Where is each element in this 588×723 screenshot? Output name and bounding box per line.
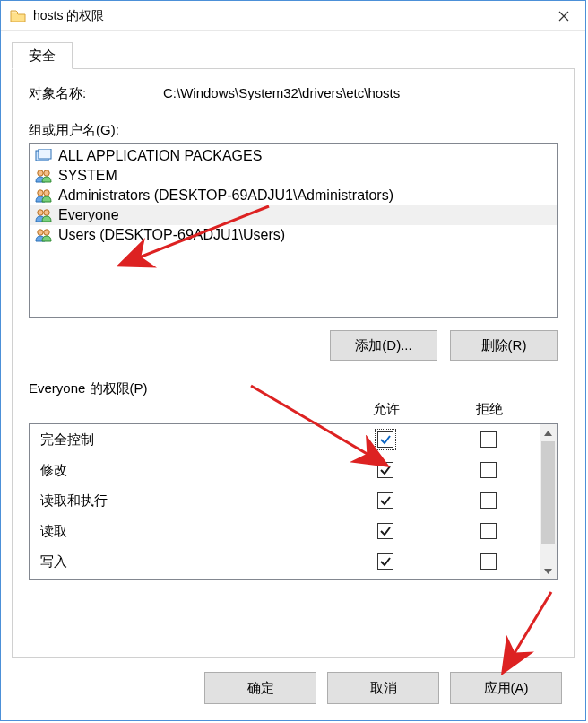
svg-point-6	[38, 210, 43, 215]
list-item[interactable]: Everyone	[30, 205, 557, 225]
permission-row: 读取	[30, 516, 540, 546]
svg-point-9	[44, 230, 49, 235]
deny-checkbox[interactable]	[480, 553, 497, 570]
permissions-grid: 完全控制修改读取和执行读取写入	[30, 424, 540, 579]
svg-point-5	[44, 190, 49, 196]
users-icon	[35, 227, 53, 243]
object-name-label: 对象名称:	[29, 85, 163, 102]
permission-row: 写入	[30, 546, 540, 577]
ok-button[interactable]: 确定	[204, 672, 316, 704]
permissions-header: 允许 拒绝	[29, 401, 558, 418]
allow-checkbox[interactable]	[377, 492, 393, 509]
deny-checkbox[interactable]	[480, 462, 497, 478]
svg-point-7	[44, 210, 49, 215]
scroll-up-icon[interactable]	[540, 424, 557, 441]
permission-row: 读取和执行	[30, 485, 540, 516]
permission-row: 完全控制	[30, 424, 540, 455]
list-item-label: ALL APPLICATION PACKAGES	[58, 148, 262, 164]
svg-point-2	[38, 170, 43, 176]
list-item-label: Everyone	[58, 207, 119, 223]
list-item-label: SYSTEM	[58, 168, 117, 184]
tab-security[interactable]: 安全	[12, 42, 73, 69]
col-allow: 允许	[334, 401, 437, 418]
col-deny: 拒绝	[437, 401, 540, 418]
scrollbar-thumb[interactable]	[541, 441, 555, 544]
svg-rect-1	[39, 149, 51, 159]
permission-name: 完全控制	[40, 431, 333, 449]
allow-checkbox[interactable]	[377, 431, 393, 448]
deny-checkbox[interactable]	[480, 523, 497, 539]
list-item[interactable]: Administrators (DESKTOP-69ADJU1\Administ…	[30, 186, 557, 205]
object-name-value: C:\Windows\System32\drivers\etc\hosts	[163, 85, 400, 102]
scroll-down-icon[interactable]	[540, 562, 557, 579]
svg-point-4	[38, 190, 43, 196]
list-item-label: Users (DESKTOP-69ADJU1\Users)	[58, 227, 285, 243]
users-icon	[35, 187, 53, 204]
svg-point-3	[44, 170, 49, 176]
deny-checkbox[interactable]	[480, 492, 497, 509]
permissions-scrollbar[interactable]	[540, 424, 557, 579]
apply-button[interactable]: 应用(A)	[450, 672, 562, 704]
allow-checkbox[interactable]	[377, 553, 393, 570]
allow-checkbox[interactable]	[377, 523, 393, 539]
permission-name: 修改	[40, 462, 333, 479]
folder-icon	[10, 10, 26, 22]
permissions-label: Everyone 的权限(P)	[29, 380, 558, 397]
list-item-label: Administrators (DESKTOP-69ADJU1\Administ…	[58, 187, 393, 204]
svg-point-8	[38, 230, 43, 235]
users-icon	[35, 168, 53, 184]
users-icon	[35, 207, 53, 223]
groups-listbox[interactable]: ALL APPLICATION PACKAGESSYSTEMAdministra…	[29, 143, 558, 318]
deny-checkbox[interactable]	[480, 431, 497, 448]
window-title: hosts 的权限	[33, 8, 542, 24]
list-item[interactable]: SYSTEM	[30, 166, 557, 186]
permission-row	[30, 577, 540, 579]
add-button[interactable]: 添加(D)...	[330, 330, 437, 361]
package-icon	[35, 148, 53, 164]
permission-name: 读取和执行	[40, 492, 333, 510]
close-button[interactable]	[542, 1, 585, 30]
permission-name: 写入	[40, 553, 333, 571]
groups-label: 组或用户名(G):	[29, 122, 558, 139]
allow-checkbox[interactable]	[377, 462, 393, 478]
list-item[interactable]: ALL APPLICATION PACKAGES	[30, 146, 557, 166]
titlebar: hosts 的权限	[1, 1, 585, 31]
cancel-button[interactable]: 取消	[327, 672, 439, 704]
remove-button[interactable]: 删除(R)	[450, 330, 558, 361]
list-item[interactable]: Users (DESKTOP-69ADJU1\Users)	[30, 225, 557, 245]
permission-row: 修改	[30, 455, 540, 485]
permission-name: 读取	[40, 523, 333, 540]
